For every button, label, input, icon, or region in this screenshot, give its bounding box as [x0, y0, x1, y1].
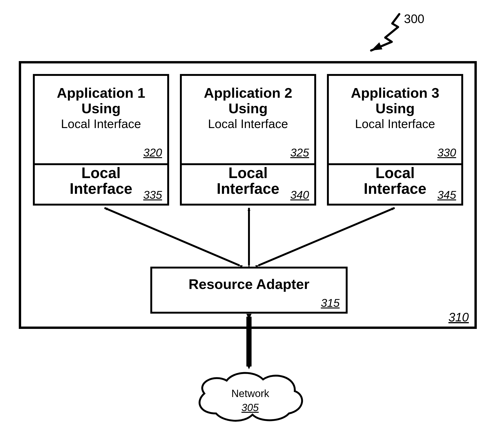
- app2-local-ref: 340: [290, 188, 309, 201]
- app-box-2: Application 2 Using Local Interface 325 …: [180, 74, 316, 206]
- resource-adapter-box: Resource Adapter 315: [150, 267, 347, 314]
- adapter-ref: 315: [321, 296, 340, 309]
- app3-title-line2: Using: [376, 101, 415, 116]
- app2-title: Application 2 Using Local Interface: [182, 85, 314, 131]
- svg-marker-0: [371, 42, 382, 51]
- container-ref: 310: [448, 310, 469, 324]
- app1-local-ref: 335: [143, 188, 162, 201]
- app3-title-line1: Application 3: [351, 85, 439, 101]
- figure-ref-main: 300: [404, 12, 425, 26]
- app2-title-line1: Application 2: [204, 85, 292, 101]
- app3-title: Application 3 Using Local Interface: [329, 85, 461, 131]
- app2-ref: 325: [290, 146, 309, 159]
- network-ref: 305: [241, 402, 258, 414]
- diagram-stage: 300 310 Application 1 Using Local Interf…: [0, 0, 493, 448]
- app3-ref: 330: [437, 146, 456, 159]
- app2-subtitle: Local Interface: [182, 117, 314, 131]
- adapter-label: Resource Adapter: [152, 276, 346, 292]
- app3-subtitle: Local Interface: [329, 117, 461, 131]
- ref-arrow-icon: [357, 9, 409, 56]
- app-box-1: Application 1 Using Local Interface 320 …: [33, 74, 169, 206]
- app1-title-line2: Using: [81, 101, 121, 116]
- app-box-3: Application 3 Using Local Interface 330 …: [327, 74, 463, 206]
- app1-ref: 320: [143, 146, 162, 159]
- app3-local-ref: 345: [437, 188, 456, 201]
- app2-title-line2: Using: [229, 101, 268, 116]
- app1-subtitle: Local Interface: [35, 117, 167, 131]
- app1-title-line1: Application 1: [57, 85, 146, 101]
- network-label: Network: [231, 388, 269, 399]
- app1-title: Application 1 Using Local Interface: [35, 85, 167, 131]
